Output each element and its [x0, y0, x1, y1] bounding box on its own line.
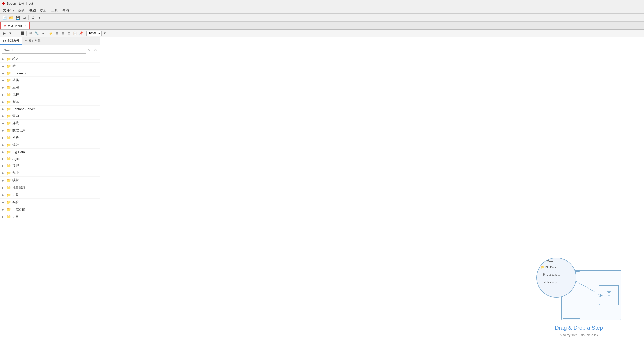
- tree-arrow: ▶: [2, 65, 5, 68]
- tree-item[interactable]: ▶ 📁 Streaming: [0, 70, 100, 77]
- tree-item[interactable]: ▶ 📁 查询: [0, 112, 100, 120]
- core-objects-icon: ✏: [25, 39, 28, 43]
- illus-label-2: Cassandr...: [547, 273, 561, 276]
- illus-db-icon-2: 🗄: [543, 273, 546, 276]
- tree-item-label: 连接: [12, 121, 19, 125]
- illus-circle: Design 📁 Big Data 🗄 Cassandr...: [536, 258, 576, 298]
- tree-folder-icon: 📁: [7, 93, 11, 97]
- canvas-separator-2: [47, 31, 47, 36]
- menu-tools[interactable]: 工具: [49, 8, 60, 13]
- tab-main-tree[interactable]: 🗂 主对象树: [0, 37, 22, 45]
- align-button[interactable]: ⊞: [54, 31, 60, 36]
- tab-close-button[interactable]: ×: [24, 24, 26, 27]
- tree-item[interactable]: ▶ 📁 脚本: [0, 98, 100, 106]
- canvas-toolbar: ▶ ▼ ⏸ ⬛ 👁 🔧 ↪ ⚡ ⊞ ⊟ ⊠ 📋 📌 50% 75% 100% 1…: [0, 30, 644, 37]
- tree-item[interactable]: ▶ 📁 映射: [0, 177, 100, 184]
- tree-arrow: ▶: [2, 129, 5, 132]
- tree-folder-icon: 📁: [7, 121, 11, 125]
- illus-bigdata-item: 📁 Big Data: [541, 266, 556, 269]
- tree-folder-icon: 📁: [7, 157, 11, 161]
- copy-button[interactable]: 📋: [72, 31, 78, 36]
- menu-edit[interactable]: 编辑: [16, 8, 27, 13]
- tree-item[interactable]: ▶ 📁 作业: [0, 169, 100, 177]
- tree-item-label: 加密: [12, 163, 19, 168]
- snap-button[interactable]: ⊠: [66, 31, 72, 36]
- tree-item[interactable]: ▶ 📁 内联: [0, 191, 100, 199]
- app-icon: ❖: [2, 1, 5, 6]
- tree-item-label: 实验: [12, 200, 19, 204]
- search-options-button[interactable]: ⚙: [93, 48, 98, 53]
- new-button[interactable]: 📄: [2, 15, 8, 21]
- main-tree-icon: 🗂: [3, 39, 6, 43]
- search-input[interactable]: [2, 47, 86, 54]
- search-clear-button[interactable]: ✕: [87, 48, 92, 53]
- canvas-separator-3: [85, 31, 85, 36]
- zoom-dropdown[interactable]: ▼: [102, 31, 108, 36]
- illus-folder-icon-1: 📁: [541, 266, 544, 269]
- tree-item-label: Streaming: [12, 71, 27, 75]
- tree-item-label: 批量加载: [12, 185, 25, 190]
- dropdown-button[interactable]: ▼: [36, 15, 42, 21]
- tree-item[interactable]: ▶ 📁 实验: [0, 199, 100, 206]
- tree-item[interactable]: ▶ 📁 输入: [0, 55, 100, 63]
- tree-arrow: ▶: [2, 115, 5, 117]
- tree-item[interactable]: ▶ 📁 Pentaho Server: [0, 106, 100, 112]
- tree-folder-icon: 📁: [7, 64, 11, 68]
- tree-item-label: 转换: [12, 78, 19, 82]
- paste-button[interactable]: 📌: [78, 31, 84, 36]
- canvas-separator-1: [26, 31, 27, 36]
- menu-run[interactable]: 执行: [38, 8, 49, 13]
- save-button[interactable]: 💾: [15, 15, 21, 21]
- illus-cassandra-item: 🗄 Cassandr...: [543, 273, 561, 276]
- tree-item[interactable]: ▶ 📁 数据仓库: [0, 127, 100, 134]
- pause-button[interactable]: ⏸: [14, 31, 19, 36]
- tree-item-label: 脚本: [12, 100, 19, 104]
- debug-button[interactable]: 🔧: [34, 31, 39, 36]
- step-button[interactable]: ↪: [40, 31, 45, 36]
- tree-item[interactable]: ▶ 📁 Agile: [0, 155, 100, 162]
- grid-button[interactable]: ⊟: [60, 31, 66, 36]
- panel-tabs: 🗂 主对象树 ✏ 核心对象: [0, 37, 100, 45]
- layout-button[interactable]: ⚡: [48, 31, 54, 36]
- run-button[interactable]: ▶: [2, 31, 7, 36]
- tree-item[interactable]: ▶ 📁 应用: [0, 84, 100, 91]
- open-button[interactable]: 📂: [8, 15, 14, 21]
- tree-item-label: Pentaho Server: [12, 107, 35, 111]
- save-all-button[interactable]: 🗂: [21, 15, 27, 21]
- tree-folder-icon: 📁: [7, 143, 11, 147]
- menu-help[interactable]: 帮助: [60, 8, 71, 13]
- zoom-selector[interactable]: 50% 75% 100% 150% 200%: [86, 31, 102, 36]
- tree-item[interactable]: ▶ 📁 批量加载: [0, 184, 100, 191]
- tree-arrow: ▶: [2, 122, 5, 125]
- tab-core-objects[interactable]: ✏ 核心对象: [22, 37, 44, 45]
- canvas-area[interactable]: 🗄 Design 📁 Big Data 🗄: [100, 37, 644, 357]
- tree-item[interactable]: ▶ 📁 Big Data: [0, 149, 100, 155]
- tree-folder-icon: 📁: [7, 171, 11, 175]
- tree-item[interactable]: ▶ 📁 输出: [0, 63, 100, 70]
- tab-icon: ❖: [4, 24, 6, 28]
- tree-item[interactable]: ▶ 📁 加密: [0, 162, 100, 169]
- tree-item[interactable]: ▶ 📁 连接: [0, 120, 100, 127]
- run-dropdown[interactable]: ▼: [8, 31, 13, 36]
- preview-button[interactable]: 👁: [28, 31, 33, 36]
- settings-button[interactable]: ⚙: [30, 15, 36, 21]
- search-bar: ✕ ⚙: [0, 45, 100, 55]
- tree-item[interactable]: ▶ 📁 历史: [0, 213, 100, 220]
- menu-view[interactable]: 视图: [27, 8, 38, 13]
- canvas-tab-text-input[interactable]: ❖ text_input ×: [0, 22, 30, 29]
- tree-item[interactable]: ▶ 📁 统计: [0, 141, 100, 149]
- tree-arrow: ▶: [2, 79, 5, 82]
- tree-item[interactable]: ▶ 📁 检验: [0, 134, 100, 141]
- menu-file[interactable]: 文件(F): [1, 8, 16, 13]
- tree-arrow: ▶: [2, 136, 5, 139]
- tree-item[interactable]: ▶ 📁 不推荐的: [0, 206, 100, 213]
- tree-folder-icon: 📁: [7, 128, 11, 132]
- tree-item[interactable]: ▶ 📁 流程: [0, 91, 100, 98]
- stop-button[interactable]: ⬛: [20, 31, 25, 36]
- tree-arrow: ▶: [2, 86, 5, 89]
- tree-arrow: ▶: [2, 215, 5, 218]
- tree-item-label: 不推荐的: [12, 207, 25, 212]
- tree-item[interactable]: ▶ 📁 转换: [0, 77, 100, 84]
- tree-item-label: Big Data: [12, 150, 25, 154]
- illus-h-icon: H: [543, 281, 546, 284]
